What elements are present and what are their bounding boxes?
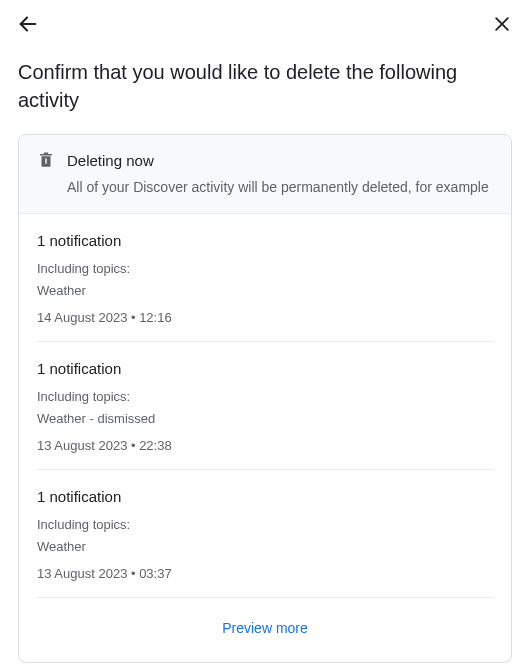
activity-item-timestamp: 14 August 2023 • 12:16 bbox=[37, 310, 493, 325]
banner-title: Deleting now bbox=[67, 152, 154, 169]
activity-card: Deleting now All of your Discover activi… bbox=[18, 134, 512, 663]
activity-list: 1 notification Including topics: Weather… bbox=[19, 214, 511, 598]
dialog-footer: Cancel Delete bbox=[0, 663, 530, 669]
activity-item-topic: Weather bbox=[37, 281, 493, 301]
activity-item-topic: Weather bbox=[37, 537, 493, 557]
arrow-back-icon bbox=[17, 13, 39, 35]
svg-rect-3 bbox=[40, 154, 52, 156]
activity-item-topic: Weather - dismissed bbox=[37, 409, 493, 429]
close-button[interactable] bbox=[490, 12, 514, 36]
close-icon bbox=[492, 14, 512, 34]
trash-icon bbox=[37, 151, 55, 169]
activity-item-subtitle: Including topics: bbox=[37, 515, 493, 535]
header-bar bbox=[0, 0, 530, 48]
activity-item-title: 1 notification bbox=[37, 488, 493, 505]
activity-item: 1 notification Including topics: Weather… bbox=[37, 342, 493, 470]
svg-rect-5 bbox=[45, 159, 47, 164]
page-title: Confirm that you would like to delete th… bbox=[0, 48, 530, 134]
activity-item: 1 notification Including topics: Weather… bbox=[37, 470, 493, 598]
activity-item-subtitle: Including topics: bbox=[37, 387, 493, 407]
activity-item-timestamp: 13 August 2023 • 22:38 bbox=[37, 438, 493, 453]
activity-item-title: 1 notification bbox=[37, 360, 493, 377]
svg-rect-4 bbox=[44, 153, 49, 155]
activity-item-title: 1 notification bbox=[37, 232, 493, 249]
deleting-banner: Deleting now All of your Discover activi… bbox=[19, 135, 511, 214]
back-button[interactable] bbox=[16, 12, 40, 36]
banner-head: Deleting now bbox=[37, 151, 493, 169]
activity-item: 1 notification Including topics: Weather… bbox=[37, 214, 493, 342]
activity-item-subtitle: Including topics: bbox=[37, 259, 493, 279]
activity-item-timestamp: 13 August 2023 • 03:37 bbox=[37, 566, 493, 581]
banner-subtitle: All of your Discover activity will be pe… bbox=[37, 179, 493, 195]
preview-more-link[interactable]: Preview more bbox=[19, 598, 511, 662]
